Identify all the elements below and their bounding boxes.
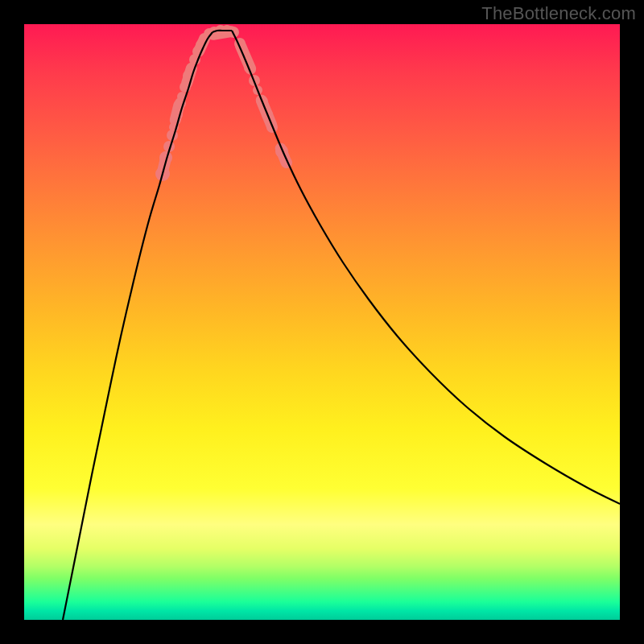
watermark-text: TheBottleneck.com xyxy=(481,3,636,24)
markers-layer xyxy=(155,25,292,181)
plot-area xyxy=(24,24,620,620)
right-curve xyxy=(232,31,620,504)
chart-svg xyxy=(24,24,620,620)
left-curve xyxy=(63,32,213,620)
chart-stage: TheBottleneck.com xyxy=(0,0,644,644)
